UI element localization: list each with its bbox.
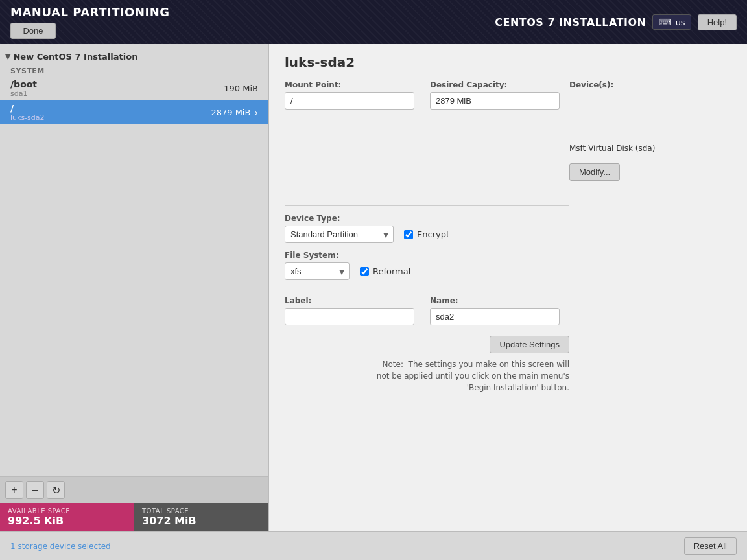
- keyboard-lang: us: [676, 18, 685, 27]
- device-type-label: Device Type:: [285, 214, 569, 223]
- add-partition-button[interactable]: +: [5, 481, 23, 499]
- label-group: Label:: [285, 296, 414, 325]
- partition-boot-device: sda1: [10, 89, 37, 98]
- devices-label: Device(s):: [569, 80, 731, 89]
- partition-boot-left: /boot sda1: [10, 79, 37, 98]
- chevron-down-icon: ▼: [5, 52, 10, 61]
- filesystem-select[interactable]: xfs ext4 ext3 ext2 vfat swap: [285, 262, 350, 280]
- mount-point-group: Mount Point:: [285, 80, 414, 110]
- available-space-bar: AVAILABLE SPACE 992.5 KiB: [0, 503, 134, 531]
- name-group: Name:: [430, 296, 560, 325]
- partition-root-left: / luks-sda2: [10, 103, 45, 122]
- total-space-label: TOTAL SPACE: [142, 508, 261, 515]
- storage-device-link[interactable]: 1 storage device selected: [10, 542, 111, 551]
- partition-boot-size: 190 MiB: [224, 84, 258, 93]
- mount-point-input[interactable]: [285, 92, 414, 110]
- available-space-value: 992.5 KiB: [8, 515, 126, 527]
- keyboard-icon: ⌨: [658, 17, 671, 27]
- installation-group[interactable]: ▼ New CentOS 7 Installation: [0, 49, 268, 64]
- partition-detail-title: luks-sda2: [285, 54, 731, 70]
- total-space-value: 3072 MiB: [142, 515, 261, 527]
- reset-all-button[interactable]: Reset All: [684, 537, 737, 555]
- available-space-label: AVAILABLE SPACE: [8, 508, 126, 515]
- partition-boot-right: 190 MiB: [224, 84, 258, 93]
- chevron-right-icon: ›: [254, 108, 258, 118]
- device-type-select[interactable]: Standard Partition LVM LVM Thin Provisio…: [285, 226, 394, 243]
- note-text: Note: The settings you make on this scre…: [285, 358, 569, 393]
- encrypt-group: Encrypt: [404, 229, 449, 239]
- reformat-group: Reformat: [360, 266, 412, 276]
- total-space-bar: TOTAL SPACE 3072 MiB: [134, 503, 268, 531]
- name-input[interactable]: [430, 308, 560, 325]
- name-label: Name:: [430, 296, 560, 305]
- partition-boot-mount: /boot: [10, 79, 37, 89]
- device-type-select-wrapper: Standard Partition LVM LVM Thin Provisio…: [285, 226, 394, 243]
- partition-root-right: 2879 MiB ›: [211, 108, 258, 118]
- partition-root-size: 2879 MiB: [211, 108, 250, 117]
- sidebar-content: ▼ New CentOS 7 Installation SYSTEM /boot…: [0, 44, 268, 476]
- header-right: CENTOS 7 INSTALLATION ⌨ us Help!: [495, 14, 737, 30]
- desired-capacity-label: Desired Capacity:: [430, 80, 560, 89]
- sidebar-toolbar: + – ↻: [0, 476, 268, 503]
- device-name: Msft Virtual Disk (sda): [569, 144, 655, 153]
- modify-button[interactable]: Modify...: [569, 163, 620, 181]
- label-label: Label:: [285, 296, 414, 305]
- partition-item-boot[interactable]: /boot sda1 190 MiB: [0, 76, 268, 100]
- help-button[interactable]: Help!: [698, 14, 737, 30]
- main-container: ▼ New CentOS 7 Installation SYSTEM /boot…: [0, 44, 747, 531]
- refresh-button[interactable]: ↻: [47, 481, 65, 499]
- filesystem-section: File System: xfs ext4 ext3 ext2 vfat swa…: [285, 251, 569, 280]
- centos-title: CENTOS 7 INSTALLATION: [495, 16, 646, 29]
- keyboard-selector[interactable]: ⌨ us: [652, 14, 691, 30]
- update-settings-button[interactable]: Update Settings: [490, 336, 569, 353]
- remove-partition-button[interactable]: –: [26, 481, 44, 499]
- header-left: MANUAL PARTITIONING Done: [10, 5, 170, 39]
- sidebar: ▼ New CentOS 7 Installation SYSTEM /boot…: [0, 44, 269, 531]
- desired-capacity-input[interactable]: [430, 92, 560, 110]
- system-section-label: SYSTEM: [0, 64, 268, 76]
- device-type-section: Device Type: Standard Partition LVM LVM …: [285, 214, 569, 243]
- devices-area: Device(s): Msft Virtual Disk (sda) Modif…: [569, 80, 731, 393]
- filesystem-row: xfs ext4 ext3 ext2 vfat swap ▼ Refor: [285, 262, 569, 280]
- right-panel: luks-sda2 Mount Point: Desired Capacity:: [269, 44, 747, 531]
- label-input[interactable]: [285, 308, 414, 325]
- encrypt-label: Encrypt: [417, 229, 449, 239]
- partition-root-device: luks-sda2: [10, 113, 45, 122]
- device-type-row: Standard Partition LVM LVM Thin Provisio…: [285, 226, 569, 243]
- label-name-row: Label: Name:: [285, 296, 569, 325]
- form-area: Mount Point: Desired Capacity: Device Ty…: [285, 80, 569, 393]
- bottom-bar: 1 storage device selected Reset All: [0, 531, 747, 560]
- reformat-checkbox[interactable]: [360, 267, 369, 276]
- divider-1: [285, 205, 569, 206]
- header: MANUAL PARTITIONING Done CENTOS 7 INSTAL…: [0, 0, 747, 44]
- filesystem-select-wrapper: xfs ext4 ext3 ext2 vfat swap ▼: [285, 262, 350, 280]
- page-title: MANUAL PARTITIONING: [10, 5, 170, 19]
- mount-point-label: Mount Point:: [285, 80, 414, 89]
- space-bars: AVAILABLE SPACE 992.5 KiB TOTAL SPACE 30…: [0, 503, 268, 531]
- desired-capacity-group: Desired Capacity:: [430, 80, 560, 110]
- partition-root-mount: /: [10, 103, 45, 113]
- reformat-label: Reformat: [373, 266, 412, 276]
- filesystem-label: File System:: [285, 251, 569, 260]
- installation-group-label: New CentOS 7 Installation: [13, 52, 137, 62]
- divider-2: [285, 288, 569, 288]
- partition-item-root[interactable]: / luks-sda2 2879 MiB ›: [0, 100, 268, 124]
- encrypt-checkbox[interactable]: [404, 230, 413, 239]
- done-button[interactable]: Done: [10, 23, 56, 39]
- device-entry: Msft Virtual Disk (sda): [569, 144, 731, 153]
